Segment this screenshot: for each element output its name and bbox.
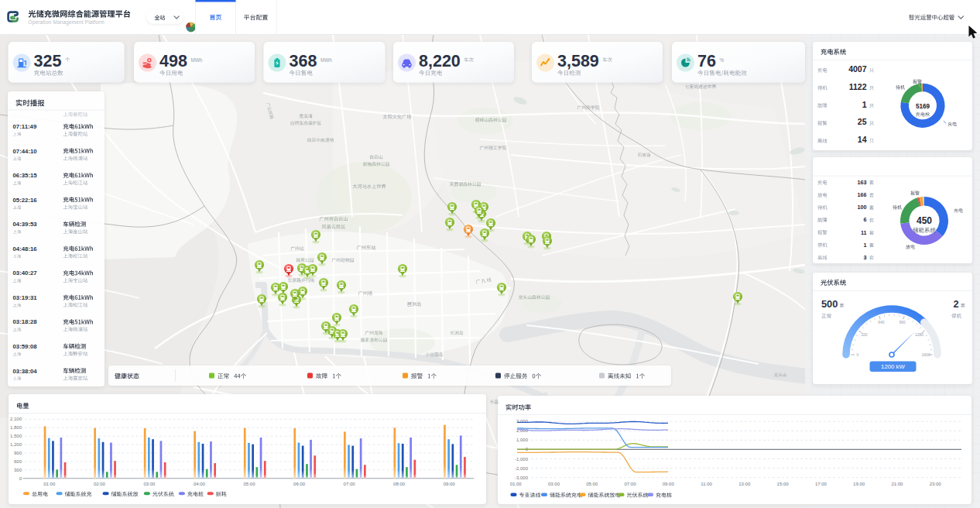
svg-text:1,000: 1,000	[516, 438, 529, 442]
svg-text:17:00: 17:00	[815, 482, 828, 486]
svg-text:325: 325	[34, 52, 62, 70]
svg-text:MWh: MWh	[320, 57, 332, 63]
svg-text:09:00: 09:00	[663, 482, 675, 486]
svg-text:450: 450	[917, 215, 932, 226]
svg-text:04:48:16: 04:48:16	[13, 245, 38, 252]
svg-text:1: 1	[862, 100, 867, 109]
svg-text:MWh: MWh	[190, 57, 202, 63]
svg-text:11:00: 11:00	[701, 482, 712, 486]
svg-text:0: 0	[857, 352, 859, 357]
svg-text:09:00: 09:00	[444, 482, 456, 486]
svg-text:4007: 4007	[848, 64, 867, 74]
svg-text:05:00: 05:00	[243, 482, 255, 486]
svg-text:3,589: 3,589	[557, 52, 599, 70]
svg-text:03:00: 03:00	[548, 482, 560, 486]
svg-text:23:00: 23:00	[930, 482, 942, 486]
svg-text:320: 320	[861, 332, 868, 337]
svg-text:04:00: 04:00	[194, 482, 206, 486]
svg-text:640: 640	[878, 320, 885, 324]
svg-text:1280: 1280	[915, 332, 923, 337]
svg-text:1600: 1600	[921, 352, 930, 357]
svg-text:2: 2	[954, 298, 959, 310]
svg-text:1,800: 1,800	[10, 425, 22, 430]
svg-text:960: 960	[899, 320, 906, 324]
svg-text:25: 25	[858, 117, 867, 126]
svg-text:04:39:53: 04:39:53	[13, 221, 38, 228]
svg-text:19:00: 19:00	[853, 482, 865, 486]
svg-text:Operation Management Platform: Operation Management Platform	[29, 19, 105, 26]
svg-text:13:00: 13:00	[738, 482, 751, 486]
svg-text:900: 900	[14, 451, 22, 455]
svg-text:5169: 5169	[916, 103, 930, 110]
svg-text:3: 3	[864, 254, 867, 261]
svg-text:498: 498	[159, 52, 187, 70]
svg-text:1200 kW: 1200 kW	[881, 363, 905, 370]
svg-text:03:00: 03:00	[143, 482, 156, 486]
svg-text:300: 300	[14, 468, 22, 472]
svg-text:03:59:08: 03:59:08	[13, 343, 38, 350]
svg-text:06:00: 06:00	[293, 482, 306, 486]
svg-text:3,000: 3,000	[516, 419, 529, 424]
svg-text:11: 11	[861, 229, 867, 236]
svg-text:1: 1	[864, 242, 867, 249]
svg-text:15:00: 15:00	[777, 482, 790, 486]
svg-text:-2,000: -2,000	[515, 466, 529, 471]
svg-text:1,200: 1,200	[10, 442, 22, 447]
svg-text:163: 163	[858, 179, 867, 186]
svg-text:%: %	[719, 57, 724, 63]
svg-text:07:00: 07:00	[624, 482, 636, 486]
svg-text:01:00: 01:00	[43, 482, 56, 486]
svg-text:368: 368	[290, 52, 317, 70]
svg-text:03:38:04: 03:38:04	[13, 368, 38, 375]
svg-text:05:22:16: 05:22:16	[13, 197, 38, 204]
svg-text:-3,000: -3,000	[515, 475, 529, 480]
svg-text:08:00: 08:00	[393, 482, 406, 486]
svg-text:03:18:28: 03:18:28	[13, 318, 38, 325]
svg-text:14: 14	[858, 135, 867, 144]
svg-text:6: 6	[864, 216, 867, 223]
svg-text:06:35:15: 06:35:15	[13, 172, 38, 179]
svg-text:21:00: 21:00	[891, 482, 903, 486]
svg-text:76: 76	[697, 52, 716, 70]
svg-text:07:00: 07:00	[344, 482, 356, 486]
svg-text:2,100: 2,100	[10, 417, 22, 421]
svg-text:02:00: 02:00	[94, 482, 106, 486]
svg-text:600: 600	[14, 459, 22, 464]
svg-text:500: 500	[821, 298, 838, 310]
svg-text:03:19:31: 03:19:31	[13, 294, 38, 301]
svg-text:07:11:49: 07:11:49	[13, 123, 37, 130]
svg-text:8,220: 8,220	[419, 52, 461, 70]
svg-text:07:44:10: 07:44:10	[13, 148, 38, 155]
svg-text:100: 100	[858, 204, 867, 211]
svg-text:-1,000: -1,000	[515, 457, 529, 462]
svg-text:01:00: 01:00	[510, 482, 523, 486]
svg-text:1,500: 1,500	[10, 434, 22, 438]
svg-text:03:40:27: 03:40:27	[13, 269, 37, 276]
svg-text:1122: 1122	[849, 82, 867, 91]
svg-text:05:00: 05:00	[586, 482, 598, 486]
svg-text:166: 166	[858, 191, 867, 198]
